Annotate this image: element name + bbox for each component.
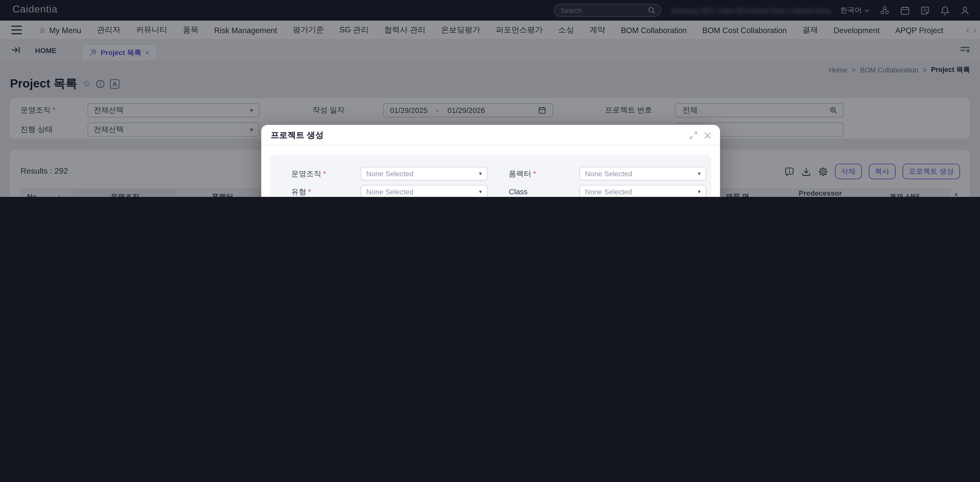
field-label: 폼팩터* [509,167,536,181]
modal-title: 프로젝트 생성 [270,130,324,141]
expand-icon[interactable] [689,131,697,139]
close-icon[interactable] [704,131,711,139]
field-select[interactable]: None Selected▾ [579,185,706,197]
app-window: Caidentia Samsung SDI | Trade-off Analys… [0,0,980,197]
modal-form: 운영조직* None Selected▾ 유형* None S [270,155,711,197]
create-project-modal: 프로젝트 생성 운영조직* None Selected▾ [261,125,720,197]
field-label: Class* [509,185,528,197]
field-select[interactable]: None Selected▾ [579,167,706,181]
